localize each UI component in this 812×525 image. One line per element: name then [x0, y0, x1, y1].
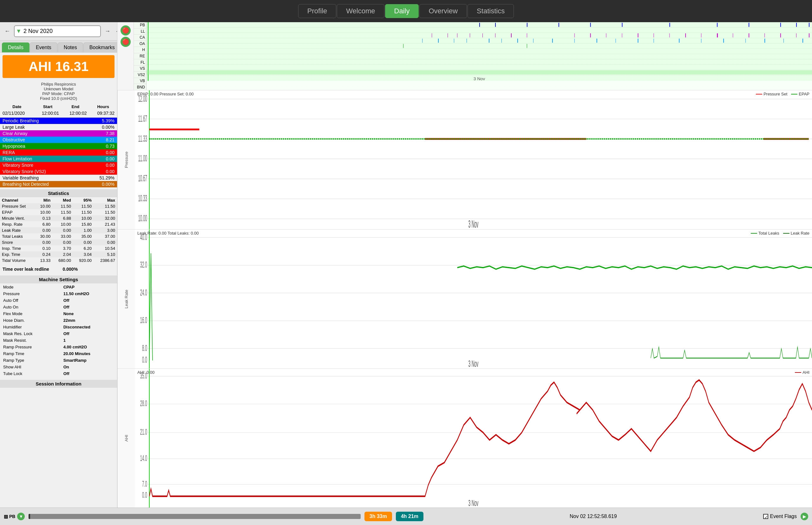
stats-col-95pct: 95% [73, 197, 93, 203]
legend-leak-rate: Leak Rate [783, 231, 810, 236]
leak-chart-area: Leak Rate: 0.00 Total Leaks: 0.00 Total … [135, 229, 812, 369]
svg-rect-29 [495, 33, 496, 38]
svg-text:16.0: 16.0 [140, 315, 147, 325]
svg-rect-58 [596, 39, 597, 43]
ef-label-re: RE [134, 53, 146, 60]
svg-rect-47 [809, 33, 810, 38]
date-input[interactable] [14, 25, 101, 37]
tab-statistics[interactable]: Statistics [468, 4, 514, 18]
svg-rect-46 [796, 33, 796, 38]
svg-text:3 Nov: 3 Nov [469, 498, 478, 508]
svg-rect-65 [745, 39, 746, 43]
leak-svg: 40.0 32.0 24.0 16.0 8.0 0.0 [135, 229, 812, 369]
stats-col-channel: Channel [0, 197, 34, 203]
col-hours: Hours [89, 103, 117, 110]
stats-row: Insp. Time0.103.706.2010.54 [0, 245, 117, 251]
bottom-right-button[interactable]: ▶ [801, 513, 808, 520]
tab-bookmarks[interactable]: Bookmarks [84, 43, 117, 52]
ef-label-vb: VB [134, 78, 146, 84]
svg-text:11.67: 11.67 [138, 113, 147, 124]
tab-events[interactable]: Events [30, 43, 57, 52]
svg-rect-37 [653, 33, 654, 38]
svg-rect-45 [780, 33, 781, 38]
svg-text:24.0: 24.0 [140, 287, 147, 297]
svg-rect-49 [438, 39, 439, 43]
event-flags-svg-area: 3 Nov [147, 22, 812, 90]
tab-profile[interactable]: Profile [298, 4, 336, 18]
event-variable: Variable Breathing51.29% [0, 175, 117, 181]
stats-col-max: Max [93, 197, 117, 203]
tab-details[interactable]: Details [2, 43, 29, 52]
event-flags-checkbox[interactable]: ✓ [763, 514, 768, 519]
date-nav: ← ▼ → ⇥ [0, 22, 117, 41]
bottom-bar: ▨ PB ▼ 3h 33m 4h 21m Nov 02 12:52:58.619… [0, 508, 812, 525]
svg-rect-19 [717, 23, 718, 27]
machine-settings-title: Machine Settings [0, 275, 117, 283]
svg-rect-108 [135, 369, 812, 508]
stats-title: Statistics [0, 189, 117, 197]
time-btn-1[interactable]: 3h 33m [365, 512, 392, 521]
stats-col-med: Med [52, 197, 73, 203]
ef-label-vs2: VS2 [134, 72, 146, 78]
svg-rect-59 [616, 39, 616, 43]
svg-text:7.0: 7.0 [142, 479, 147, 488]
ef-label-bnd: BND [134, 84, 146, 90]
svg-rect-44 [764, 33, 765, 38]
progress-fill [29, 514, 30, 519]
svg-rect-68 [802, 39, 803, 43]
svg-rect-35 [622, 33, 622, 38]
ahi-chart: AHI AHI: 0.00 AHI 35.0 28.0 21.0 14.0 [117, 369, 812, 508]
event-vibr-snore: Vibratory Snore0.00 [0, 162, 117, 168]
stats-row: Pressure Set10.0011.5011.5011.50 [0, 203, 117, 209]
stats-row: Total Leaks30.0033.0035.0037.00 [0, 233, 117, 239]
svg-text:0.0: 0.0 [142, 355, 147, 364]
ahi-box: AHI 16.31 [2, 55, 115, 78]
pressure-ylabel: Pressure [117, 90, 135, 229]
jump-date-button[interactable]: ⇥ [114, 27, 117, 35]
device-info: Philips RespironicsUnknown ModelPAP Mode… [0, 80, 117, 102]
ahi-chart-area: AHI: 0.00 AHI 35.0 28.0 21.0 14.0 7.0 [135, 369, 812, 508]
svg-text:21.0: 21.0 [140, 427, 147, 437]
bottom-progress-bar[interactable] [29, 514, 360, 519]
event-flags-toggle[interactable]: ✓ Event Flags [763, 514, 797, 519]
tab-notes[interactable]: Notes [58, 43, 83, 52]
stats-row: Leak Rate0.000.001.003.00 [0, 227, 117, 233]
tab-daily[interactable]: Daily [385, 4, 419, 18]
svg-rect-26 [457, 33, 457, 38]
right-panel: 🔴 🔴 PB LL CA OA H RE FL VS VS2 VB BND [117, 22, 812, 508]
svg-rect-23 [809, 23, 810, 27]
svg-rect-57 [574, 39, 575, 43]
tab-welcome[interactable]: Welcome [337, 4, 384, 18]
svg-rect-51 [467, 39, 467, 43]
next-date-button[interactable]: → [103, 27, 112, 35]
pressure-svg: 12.00 11.67 11.33 11.00 10.67 10.33 10.0… [135, 90, 812, 229]
pb-dropdown-button[interactable]: ▼ [17, 513, 25, 520]
session-end: 12:00:02 [61, 110, 89, 116]
svg-rect-56 [552, 39, 553, 43]
svg-rect-52 [489, 39, 489, 43]
svg-rect-41 [717, 33, 718, 38]
legend-epap: EPAP [791, 92, 810, 96]
svg-text:3 Nov: 3 Nov [469, 218, 478, 229]
svg-rect-39 [685, 33, 686, 38]
svg-text:10.33: 10.33 [138, 193, 147, 204]
event-flags-chart: 🔴 🔴 PB LL CA OA H RE FL VS VS2 VB BND [117, 22, 812, 90]
svg-text:10.67: 10.67 [138, 173, 147, 183]
tab-overview[interactable]: Overview [419, 4, 467, 18]
svg-rect-17 [622, 23, 623, 27]
time-btn-2[interactable]: 4h 21m [396, 512, 424, 521]
svg-rect-14 [527, 23, 528, 27]
stats-row: Tidal Volume13.33680.00920.002386.67 [0, 257, 117, 264]
svg-text:3 Nov: 3 Nov [469, 358, 478, 369]
svg-rect-67 [783, 39, 784, 43]
prev-date-button[interactable]: ← [2, 27, 12, 35]
svg-text:0.0: 0.0 [142, 491, 147, 500]
ef-label-oa: OA [134, 41, 146, 47]
leak-chart: Leak Rate Leak Rate: 0.00 Total Leaks: 0… [117, 229, 812, 369]
ef-label-h: H [134, 47, 146, 53]
event-clear-airway: Clear Airway7.38 [0, 130, 117, 137]
svg-rect-22 [796, 23, 797, 27]
event-vibr-snore2: Vibratory Snore (VS2)0.00 [0, 168, 117, 175]
pressure-chart: Pressure EPAP: 0.00 Pressure Set: 0.00 P… [117, 90, 812, 229]
svg-rect-48 [422, 39, 423, 43]
